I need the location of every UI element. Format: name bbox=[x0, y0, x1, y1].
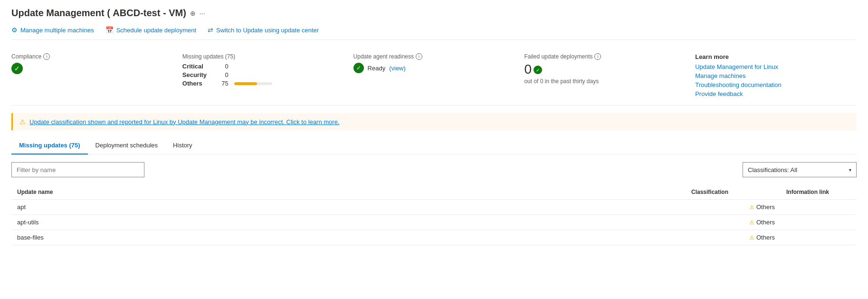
tab-missing-updates[interactable]: Missing updates (75) bbox=[11, 138, 88, 154]
readiness-content: ✓ Ready (view) bbox=[353, 63, 506, 73]
learn-more-section: Learn more Update Management for Linux M… bbox=[686, 53, 857, 99]
cell-classification-apt: ⚠ Others bbox=[686, 200, 781, 215]
title-bold: ABCD bbox=[113, 8, 140, 18]
compliance-label: Compliance i bbox=[11, 53, 163, 60]
more-options-icon[interactable]: ··· bbox=[200, 10, 205, 17]
cell-name-apt-utils: apt-utils bbox=[11, 215, 686, 230]
filter-row: Classifications: All ▾ bbox=[11, 162, 857, 177]
table-body: apt ⚠ Others apt-utils ⚠ Others bbox=[11, 200, 857, 245]
security-value: 0 bbox=[219, 71, 229, 78]
failed-content: 0 ✓ bbox=[524, 63, 676, 76]
pin-icon[interactable]: ⊕ bbox=[190, 10, 196, 17]
table-row: apt ⚠ Others bbox=[11, 200, 857, 215]
table-row: apt-utils ⚠ Others bbox=[11, 215, 857, 230]
table-row: base-files ⚠ Others bbox=[11, 230, 857, 245]
title-row: Update Management ( ABCD-test - VM) ⊕ ··… bbox=[11, 8, 857, 19]
page-title: Update Management ( ABCD-test - VM) bbox=[11, 8, 186, 19]
cell-info-base-files bbox=[781, 230, 857, 245]
others-progress-bar bbox=[234, 82, 272, 85]
compliance-check-icon: ✓ bbox=[11, 63, 23, 74]
schedule-deployment-button[interactable]: 📅 Schedule update deployment bbox=[105, 26, 196, 34]
title-suffix: -test - VM) bbox=[140, 8, 186, 18]
missing-row-critical: Critical 0 bbox=[182, 63, 334, 70]
chevron-down-icon: ▾ bbox=[849, 167, 851, 173]
learn-more-link-linux[interactable]: Update Management for Linux bbox=[695, 63, 847, 70]
classification-value-apt: Others bbox=[756, 203, 775, 211]
tabs-row: Missing updates (75) Deployment schedule… bbox=[11, 138, 857, 154]
learn-more-link-troubleshooting[interactable]: Troubleshooting documentation bbox=[695, 81, 847, 88]
warning-triangle-icon: ⚠ bbox=[19, 118, 26, 125]
warning-triangle-icon: ⚠ bbox=[749, 219, 754, 226]
stats-row: Compliance i ✓ Missing updates (75) Crit… bbox=[11, 48, 857, 106]
missing-row-security: Security 0 bbox=[182, 71, 334, 78]
classification-value-base-files: Others bbox=[756, 234, 775, 241]
missing-updates-section: Missing updates (75) Critical 0 Security… bbox=[173, 53, 344, 99]
col-header-classification: Classification bbox=[686, 185, 781, 200]
warning-banner: ⚠ Update classification shown and report… bbox=[11, 113, 857, 130]
critical-label: Critical bbox=[182, 63, 213, 70]
updates-table: Update name Classification Information l… bbox=[11, 185, 857, 245]
learn-more-title: Learn more bbox=[695, 53, 847, 60]
classifications-label: Classifications: All bbox=[748, 166, 797, 174]
readiness-view-link[interactable]: (view) bbox=[389, 65, 406, 72]
security-label: Security bbox=[182, 71, 213, 78]
warning-triangle-icon: ⚠ bbox=[749, 234, 754, 241]
readiness-status: Ready bbox=[368, 65, 386, 72]
learn-more-link-machines[interactable]: Manage machines bbox=[695, 72, 847, 79]
col-header-update-name: Update name bbox=[11, 185, 686, 200]
others-value: 75 bbox=[219, 80, 229, 87]
compliance-section: Compliance i ✓ bbox=[11, 53, 173, 99]
others-progress-fill bbox=[234, 82, 257, 85]
tab-history[interactable]: History bbox=[165, 138, 200, 154]
title-prefix: Update Management ( bbox=[11, 8, 113, 18]
schedule-deployment-label: Schedule update deployment bbox=[116, 27, 196, 34]
manage-machines-button[interactable]: ⚙ Manage multiple machines bbox=[11, 26, 94, 34]
switch-update-center-button[interactable]: ⇄ Switch to Update using update center bbox=[208, 26, 319, 34]
readiness-check-icon: ✓ bbox=[353, 63, 364, 73]
calendar-icon: 📅 bbox=[105, 26, 114, 34]
failed-deployments-section: Failed update deployments i 0 ✓ out of 0… bbox=[515, 53, 686, 99]
cell-name-base-files: base-files bbox=[11, 230, 686, 245]
warning-triangle-icon: ⚠ bbox=[749, 204, 754, 211]
gear-icon: ⚙ bbox=[11, 26, 18, 34]
filter-by-name-input[interactable] bbox=[11, 162, 144, 177]
classification-value-apt-utils: Others bbox=[756, 219, 775, 226]
failed-deployments-label: Failed update deployments i bbox=[524, 53, 676, 60]
warning-banner-link[interactable]: Update classification shown and reported… bbox=[29, 118, 340, 125]
col-header-info-link: Information link bbox=[781, 185, 857, 200]
agent-readiness-label: Update agent readiness i bbox=[353, 53, 506, 60]
missing-updates-table: Critical 0 Security 0 Others 75 bbox=[182, 63, 334, 87]
cell-info-apt-utils bbox=[781, 215, 857, 230]
cell-name-apt: apt bbox=[11, 200, 686, 215]
classifications-dropdown[interactable]: Classifications: All ▾ bbox=[743, 162, 857, 177]
manage-machines-label: Manage multiple machines bbox=[20, 27, 94, 34]
missing-updates-label: Missing updates (75) bbox=[182, 53, 334, 60]
failed-number: 0 bbox=[524, 63, 532, 76]
agent-readiness-info-icon[interactable]: i bbox=[416, 53, 422, 60]
learn-more-link-feedback[interactable]: Provide feedback bbox=[695, 90, 847, 97]
failed-deployments-info-icon[interactable]: i bbox=[594, 53, 601, 60]
cell-classification-base-files: ⚠ Others bbox=[686, 230, 781, 245]
toolbar: ⚙ Manage multiple machines 📅 Schedule up… bbox=[11, 26, 857, 40]
table-header-row: Update name Classification Information l… bbox=[11, 185, 857, 200]
failed-subtext: out of 0 in the past thirty days bbox=[524, 78, 676, 85]
page-container: Update Management ( ABCD-test - VM) ⊕ ··… bbox=[0, 0, 868, 253]
cell-classification-apt-utils: ⚠ Others bbox=[686, 215, 781, 230]
others-label: Others bbox=[182, 80, 213, 87]
agent-readiness-section: Update agent readiness i ✓ Ready (view) bbox=[344, 53, 515, 99]
cell-info-apt bbox=[781, 200, 857, 215]
tab-deployment-schedules[interactable]: Deployment schedules bbox=[88, 138, 166, 154]
missing-row-others: Others 75 bbox=[182, 80, 334, 87]
failed-check-icon: ✓ bbox=[534, 66, 542, 74]
switch-update-center-label: Switch to Update using update center bbox=[216, 27, 319, 34]
switch-icon: ⇄ bbox=[208, 26, 213, 34]
compliance-info-icon[interactable]: i bbox=[43, 53, 50, 60]
critical-value: 0 bbox=[219, 63, 229, 70]
